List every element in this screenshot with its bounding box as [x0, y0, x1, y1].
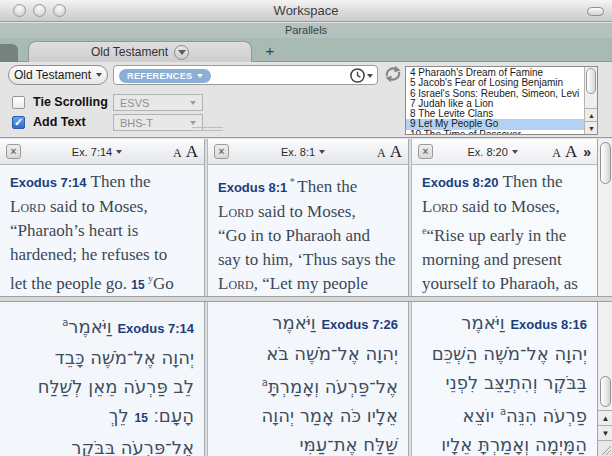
chevron-down-icon — [190, 101, 196, 105]
list-item[interactable]: 6 Israel's Sons: Reuben, Simeon, Levi — [406, 89, 584, 99]
tab-dropdown-button[interactable] — [174, 45, 189, 60]
toolbar: Old Testament REFERENCES — [0, 62, 612, 138]
verse-ref-label: Ex. 7:14 — [72, 146, 112, 158]
add-text-label: Add Text — [33, 115, 86, 129]
list-scrollbar[interactable]: ▲ ▼ — [584, 67, 597, 134]
verse-ref-dropdown[interactable]: Ex. 8:1 — [233, 146, 373, 158]
verse-ref-dropdown[interactable]: Ex. 7:14 — [25, 146, 169, 158]
search-field[interactable]: REFERENCES — [113, 65, 378, 85]
add-tab-button[interactable]: + — [260, 42, 280, 61]
scope-label: Old Testament — [14, 68, 91, 82]
decrease-font-button[interactable]: A — [377, 146, 386, 161]
hebrew-text-pane[interactable]: Exodus 7:14 וַיֹּאמֶרa יְהוָה אֶל־מֹשֶׁה… — [0, 302, 204, 456]
close-pane-button[interactable]: × — [6, 144, 21, 159]
workspace-subtitle: Parallels — [0, 23, 612, 38]
hebrew-scrollbar-thumb[interactable] — [600, 376, 611, 407]
list-item[interactable]: 10 The Time of Passover — [406, 130, 584, 135]
hebrew-text-pane[interactable]: Exodus 8:16 וַיֹּאמֶר יְהוָה אֶל־מֹשֶׁה … — [412, 302, 597, 456]
sync-arrows-icon[interactable] — [383, 64, 403, 84]
passage-list[interactable]: 4 Pharaoh's Dream of Famine 5 Jacob's Fe… — [405, 66, 598, 135]
add-text-select[interactable]: BHS-T — [113, 114, 203, 131]
references-tag-label: REFERENCES — [127, 71, 193, 81]
window-title: Workspace — [0, 3, 612, 18]
list-item[interactable]: 9 Let My People Go — [406, 119, 584, 129]
close-pane-button[interactable]: × — [418, 144, 433, 159]
pane-header: × Ex. 8:1 A A — [208, 139, 408, 165]
verse-ref-label: Ex. 8:1 — [281, 146, 315, 158]
tab-stub[interactable] — [0, 44, 18, 62]
app-window: Workspace Parallels Old Testament + Old … — [0, 0, 612, 456]
chevron-down-icon[interactable] — [367, 74, 373, 78]
search-input[interactable] — [204, 67, 344, 83]
chevron-down-icon — [178, 50, 186, 55]
chevron-down-icon — [190, 121, 196, 125]
tie-scrolling-select[interactable]: ESVS — [113, 94, 203, 111]
tab-label: Old Testament — [91, 45, 168, 59]
tie-scrolling-select-value: ESVS — [120, 97, 149, 109]
add-text-select-value: BHS-T — [120, 117, 153, 129]
toolbar-toggle-button[interactable] — [587, 7, 604, 16]
verse-ref-label: Ex. 8:20 — [467, 146, 507, 158]
tie-scrolling-checkbox[interactable] — [12, 96, 25, 109]
add-text-row: ✓ Add Text — [12, 115, 86, 129]
list-scrollbar-thumb[interactable] — [586, 68, 596, 94]
scroll-down-button[interactable]: ▼ — [585, 121, 598, 134]
parallel-panes: × Ex. 7:14 A A Exodus 7:14 Then the Lord… — [0, 139, 612, 456]
increase-font-button[interactable]: A — [565, 142, 577, 162]
english-scrollbar-thumb[interactable] — [600, 142, 611, 184]
list-item[interactable]: 4 Pharaoh's Dream of Famine — [406, 68, 584, 78]
resize-grip-icon[interactable] — [598, 440, 612, 456]
increase-font-button[interactable]: A — [390, 142, 402, 162]
scroll-up-button[interactable]: ▲ — [585, 108, 598, 121]
scroll-down-button[interactable]: ▼ — [598, 425, 612, 440]
scroll-up-button[interactable]: ▲ — [598, 410, 612, 425]
pane-header: × Ex. 7:14 A A — [0, 139, 204, 165]
english-text-pane[interactable]: Exodus 8:1 * Then the Lord said to Moses… — [208, 165, 408, 296]
list-item[interactable]: 8 The Levite Clans — [406, 109, 584, 119]
hebrew-text-pane[interactable]: Exodus 7:26 וַיֹּאמֶר יְהוָה אֶל־מֹשֶׁה … — [208, 302, 408, 456]
splitter-handle[interactable] — [192, 127, 223, 131]
tie-scrolling-label: Tie Scrolling — [33, 95, 108, 109]
title-bar[interactable]: Workspace — [0, 0, 612, 22]
add-text-checkbox[interactable]: ✓ — [12, 116, 25, 129]
references-tag-button[interactable]: REFERENCES — [119, 69, 211, 83]
close-pane-button[interactable]: × — [214, 144, 229, 159]
english-text-pane[interactable]: Exodus 7:14 Then the Lord said to Moses,… — [0, 165, 204, 296]
tab-bar: Old Testament + — [0, 38, 612, 62]
pane-header: × Ex. 8:20 A A » — [412, 139, 597, 165]
decrease-font-button[interactable]: A — [173, 146, 182, 161]
list-item[interactable]: 5 Jacob's Fear of Losing Benjamin — [406, 78, 584, 88]
chevron-down-icon — [197, 74, 203, 78]
chevron-down-icon — [96, 73, 102, 77]
chevron-down-icon — [512, 150, 518, 154]
increase-font-button[interactable]: A — [186, 142, 198, 162]
scope-dropdown-button[interactable]: Old Testament — [8, 65, 108, 85]
chevron-down-icon — [319, 150, 325, 154]
tie-scrolling-row: Tie Scrolling — [12, 95, 108, 109]
more-panes-button[interactable]: » — [583, 144, 591, 160]
chevron-down-icon — [116, 150, 122, 154]
tab-old-testament[interactable]: Old Testament — [28, 41, 252, 62]
decrease-font-button[interactable]: A — [552, 146, 561, 161]
verse-ref-dropdown[interactable]: Ex. 8:20 — [437, 146, 548, 158]
list-item[interactable]: 7 Judah like a Lion — [406, 99, 584, 109]
history-clock-icon[interactable] — [349, 67, 366, 84]
english-text-pane[interactable]: Exodus 8:20 Then the Lord said to Moses,… — [412, 165, 597, 296]
row-splitter[interactable] — [0, 296, 612, 302]
